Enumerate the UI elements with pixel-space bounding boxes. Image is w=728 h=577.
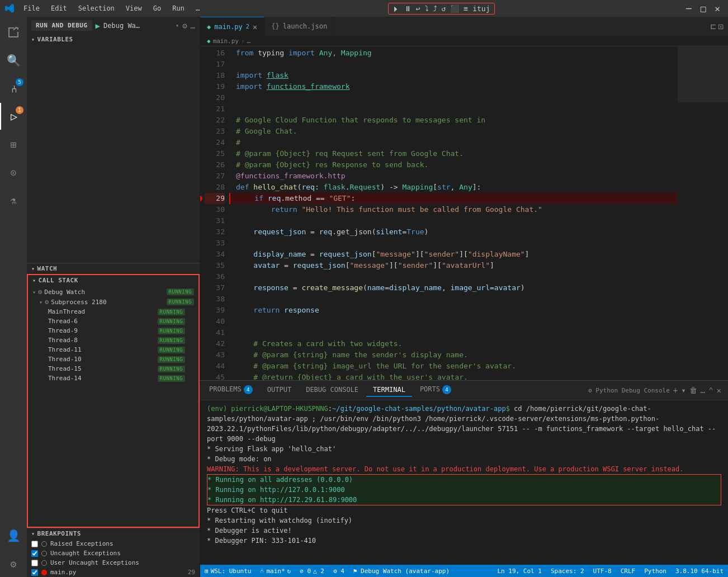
menu-run[interactable]: Run [168, 3, 189, 13]
code-line-44[interactable]: # @param {string} image_url the URL for … [229, 361, 678, 372]
menu-more[interactable]: … [191, 3, 204, 13]
code-line-38[interactable] [229, 294, 678, 305]
status-line-col[interactable]: Ln 19, Col 1 [493, 567, 546, 575]
tab-launchjson[interactable]: {} launch.json [264, 17, 334, 36]
activity-explorer[interactable] [0, 19, 27, 46]
activity-account[interactable]: 👤 [0, 522, 27, 549]
status-version[interactable]: 3.8.10 64-bit [671, 567, 728, 575]
stack-group-debug-watch-header[interactable]: ▾ ⚙ Debug Watch RUNNING [28, 287, 198, 297]
status-encoding[interactable]: UTF-8 [589, 567, 616, 575]
status-spaces[interactable]: Spaces: 2 [546, 567, 589, 575]
breadcrumb-file[interactable]: main.py [213, 37, 239, 45]
split-editor-btn[interactable]: ⊏ [711, 21, 716, 32]
terminal-tab-terminal[interactable]: TERMINAL [366, 384, 412, 397]
tab-mainpy-close[interactable]: ✕ [253, 22, 257, 31]
activity-extensions[interactable]: ⊞ [0, 131, 27, 158]
debug-ellipsis-icon[interactable]: … [191, 21, 195, 30]
debug-stepin-btn[interactable]: ⤵ [423, 4, 431, 13]
debug-config-dropdown[interactable]: ▾ [176, 22, 179, 29]
status-language[interactable]: Python [640, 567, 671, 575]
code-line-34[interactable]: display_name = request_json["message"]["… [229, 249, 678, 260]
debug-restart-btn[interactable]: ↺ [440, 4, 448, 13]
code-line-23[interactable]: # Google Chat. [229, 126, 678, 137]
debug-settings-icon[interactable]: ⚙ [182, 21, 187, 30]
bp-user-uncaught-checkbox[interactable] [31, 560, 38, 566]
code-line-19[interactable]: import functions_framework [229, 81, 678, 92]
bp-uncaught-exceptions[interactable]: Uncaught Exceptions [27, 548, 200, 558]
terminal-layout-btn[interactable]: ▾ [681, 386, 686, 395]
terminal-maximize-btn[interactable]: ⌃ [708, 386, 713, 395]
thread-14[interactable]: Thread-14 RUNNING [35, 373, 198, 383]
terminal-tab-ports[interactable]: PORTS4 [413, 383, 458, 398]
status-wsl[interactable]: ⊞ WSL: Ubuntu [200, 565, 256, 577]
terminal-close-btn[interactable]: ✕ [717, 386, 721, 395]
code-line-32[interactable]: request_json = req.get_json(silent=True) [229, 226, 678, 238]
breadcrumb-more[interactable]: … [247, 37, 251, 45]
code-line-24[interactable]: # [229, 137, 678, 148]
code-line-21[interactable] [229, 103, 678, 115]
activity-testing[interactable]: ⚗ [0, 187, 27, 214]
code-line-30[interactable]: return "Hello! This function must be cal… [229, 204, 678, 215]
thread-8[interactable]: Thread-8 RUNNING [35, 335, 198, 345]
thread-6[interactable]: Thread-6 RUNNING [35, 316, 198, 326]
debug-pause-btn[interactable]: ⏸ [403, 4, 413, 13]
thread-10[interactable]: Thread-10 RUNNING [35, 354, 198, 364]
status-workers[interactable]: ⚙ 4 [329, 565, 349, 577]
activity-remote[interactable]: ⊙ [0, 159, 27, 186]
debug-stepover-btn[interactable]: ↩ [414, 4, 422, 13]
code-line-27[interactable]: @functions_framework.http [229, 171, 678, 182]
code-line-18[interactable]: import flask [229, 70, 678, 81]
code-line-31[interactable] [229, 215, 678, 226]
code-line-36[interactable] [229, 271, 678, 282]
debug-stop-btn[interactable]: ⬛ [448, 4, 461, 13]
menu-edit[interactable]: Edit [46, 3, 72, 13]
window-close-btn[interactable]: ✕ [711, 3, 724, 14]
code-line-41[interactable] [229, 327, 678, 338]
menu-selection[interactable]: Selection [74, 3, 119, 13]
code-line-29[interactable]: if req.method == "GET": [229, 193, 678, 204]
code-line-42[interactable]: # Creates a card with two widgets. [229, 338, 678, 349]
thread-15[interactable]: Thread-15 RUNNING [35, 364, 198, 373]
code-line-39[interactable]: return response [229, 305, 678, 316]
bp-raised-exceptions[interactable]: Raised Exceptions [27, 539, 200, 548]
code-line-37[interactable]: response = create_message(name=display_n… [229, 282, 678, 294]
bp-mainpy-checkbox[interactable] [31, 569, 38, 576]
terminal-more-btn[interactable]: … [701, 386, 705, 395]
activity-settings[interactable]: ⚙ [0, 550, 27, 577]
code-line-22[interactable]: # Google Cloud Function that responds to… [229, 115, 678, 126]
window-maximize-btn[interactable]: □ [697, 3, 710, 14]
status-debug-session[interactable]: ⚑ Debug Watch (avatar-app) [349, 565, 454, 577]
bp-user-uncaught-exceptions[interactable]: User Uncaught Exceptions [27, 558, 200, 567]
watch-header[interactable]: ▾ WATCH [27, 263, 200, 274]
activity-search[interactable]: 🔍 [0, 47, 27, 74]
code-line-16[interactable]: from typing import Any, Mapping [229, 48, 678, 59]
activity-debug[interactable]: ▷ 1 [0, 103, 27, 130]
activity-git[interactable]: ⑃ 5 [0, 75, 27, 102]
code-line-33[interactable] [229, 238, 678, 249]
window-minimize-btn[interactable]: ─ [683, 3, 695, 14]
terminal-tab-debug-console[interactable]: DEBUG CONSOLE [299, 384, 365, 397]
status-line-ending[interactable]: CRLF [616, 567, 640, 575]
code-line-26[interactable]: # @param {Object} res Response to send b… [229, 159, 678, 171]
status-errors[interactable]: ⊘ 0 △ 2 [295, 565, 329, 577]
status-branch[interactable]: ⑃ main* ↻ [256, 565, 295, 577]
menu-file[interactable]: File [19, 3, 44, 13]
terminal-content[interactable]: (env) pierrick@LAPTOP-HKU5PNNG:~/git/goo… [200, 400, 728, 565]
terminal-trash-btn[interactable]: 🗑 [689, 386, 697, 395]
code-line-28[interactable]: def hello_chat(req: flask.Request) -> Ma… [229, 182, 678, 193]
debug-stepout-btn[interactable]: ⤴ [432, 4, 439, 13]
code-line-35[interactable]: avatar = request_json["message"]["sender… [229, 260, 678, 271]
code-line-43[interactable]: # @param {string} name the sender's disp… [229, 349, 678, 361]
breakpoints-header[interactable]: ▾ BREAKPOINTS [27, 528, 200, 539]
debug-continue-btn[interactable]: ⏵ [391, 4, 401, 13]
thread-9[interactable]: Thread-9 RUNNING [35, 326, 198, 335]
callstack-header[interactable]: ▾ CALL STACK [28, 275, 198, 286]
bp-raised-checkbox[interactable] [31, 541, 38, 547]
code-line-25[interactable]: # @param {Object} req Request sent from … [229, 148, 678, 159]
tab-mainpy[interactable]: ◆ main.py 2 ✕ [200, 17, 264, 36]
code-line-40[interactable] [229, 316, 678, 327]
terminal-add-btn[interactable]: + [673, 386, 678, 395]
debug-play-btn[interactable]: ▶ [96, 21, 100, 30]
code-line-20[interactable] [229, 92, 678, 103]
bp-mainpy[interactable]: main.py 29 [27, 567, 200, 577]
